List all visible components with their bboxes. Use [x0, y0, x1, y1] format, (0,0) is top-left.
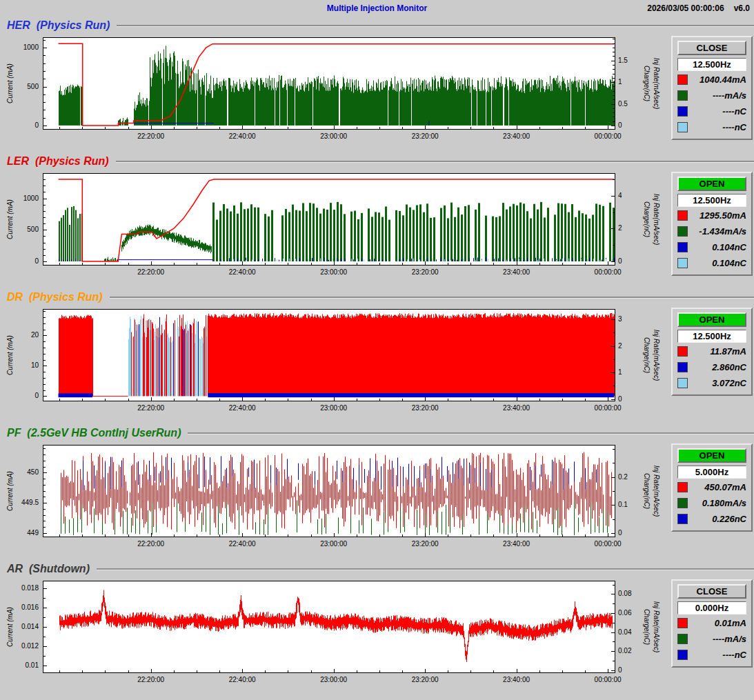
- strip-chart-plot: [43, 309, 615, 401]
- legend-swatch-red: [677, 346, 688, 357]
- y-tick-label: 0.014: [0, 623, 39, 631]
- header-datetime: 2026/03/05 00:00:06v6.0: [647, 3, 750, 13]
- chart-canvas-pf: [43, 446, 615, 537]
- y-tick-label: 1000: [0, 43, 39, 52]
- beam-gate-status-button[interactable]: OPEN: [677, 177, 746, 191]
- y2-axis-label-injrate: Inj Rate(mA/sec): [653, 466, 660, 517]
- y2-tick-label: 0: [618, 666, 646, 674]
- injection-frequency-display: 12.500Hz: [677, 330, 746, 343]
- panel-title-row: PF (2.5GeV HB ContInj UserRun): [0, 426, 754, 441]
- panel-title-row: DR (Physics Run): [0, 290, 754, 305]
- legend-row: 11.87mA: [677, 344, 746, 359]
- strip-chart-plot: [43, 37, 615, 130]
- beam-gate-status-button[interactable]: OPEN: [677, 448, 746, 463]
- legend-value: ----mA/s: [688, 634, 746, 644]
- strip-chart-plot: [43, 445, 615, 537]
- chart-canvas-ar: [43, 581, 615, 672]
- panel-ler: LER (Physics Run)Current (mA)05001000024…: [0, 154, 754, 290]
- y-tick-label: 10: [0, 361, 39, 370]
- legend-row: -1.434mA/s: [677, 224, 746, 239]
- y2-axis-label-charge: Charge(nC): [643, 201, 651, 237]
- legend-row: ----mA/s: [677, 88, 746, 103]
- x-tick-label: 22:40:00: [218, 676, 266, 684]
- y2-tick-label: 0.04: [618, 628, 646, 637]
- legend-value: 0.104nC: [688, 242, 746, 252]
- y2-tick-label: 1: [618, 368, 646, 377]
- x-tick-label: 23:00:00: [310, 268, 358, 277]
- legend-value: -1.434mA/s: [688, 226, 746, 237]
- y-tick-label: 0.012: [0, 642, 39, 650]
- chart-canvas-ler: [43, 174, 615, 265]
- legend-row: ----nC: [677, 648, 746, 662]
- x-tick-label: 00:00:00: [584, 540, 632, 548]
- injection-frequency-display: 0.000Hz: [677, 601, 746, 614]
- legend-value: 0.01mA: [688, 618, 746, 628]
- legend-swatch-blue: [677, 514, 688, 524]
- panel-body: Current (mA)0500100000.511.522:20:0022:4…: [0, 33, 754, 154]
- injection-info-box: CLOSE0.000Hz0.01mA----mA/s----nC: [671, 579, 753, 668]
- legend-value: ----nC: [688, 106, 746, 117]
- y2-axis-label-charge: Charge(nC): [643, 609, 651, 645]
- y2-tick-label: 0.08: [618, 590, 646, 598]
- legend-swatch-lightblue: [677, 378, 688, 388]
- y2-tick-label: 0.2: [618, 473, 646, 481]
- y-tick-label: 0: [0, 257, 39, 266]
- legend-value: 0.226nC: [688, 514, 746, 524]
- title-rule: [110, 297, 754, 299]
- legend-swatch-blue: [677, 650, 688, 660]
- y-tick-label: 449.5: [0, 499, 39, 507]
- y-tick-label: 500: [0, 226, 39, 234]
- y2-axis-label-charge: Charge(nC): [643, 66, 651, 101]
- legend-row: ----nC: [677, 120, 746, 134]
- beam-gate-status-button[interactable]: CLOSE: [677, 41, 746, 55]
- y-tick-label: 0: [0, 392, 39, 400]
- legend-row: 1040.44mA: [677, 72, 746, 87]
- y2-tick-label: 1.5: [618, 57, 646, 65]
- injection-frequency-display: 12.500Hz: [677, 194, 746, 207]
- legend-swatch-red: [677, 482, 688, 492]
- x-tick-label: 22:40:00: [218, 268, 266, 277]
- y2-axis-label-charge: Charge(nC): [643, 473, 651, 509]
- y2-axis-label-injrate: Inj Rate(mA/sec): [653, 58, 660, 109]
- title-rule: [97, 568, 754, 570]
- panel-title-row: HER (Physics Run): [0, 18, 754, 33]
- x-tick-label: 22:20:00: [127, 404, 175, 412]
- x-tick-label: 23:40:00: [493, 404, 541, 412]
- y2-tick-label: 0.06: [618, 609, 646, 617]
- header-bar: Multiple Injection Monitor 2026/03/05 00…: [0, 0, 754, 18]
- legend-swatch-green: [677, 90, 688, 101]
- panel-title-ar: AR (Shutdown): [7, 563, 90, 575]
- legend-swatch-green: [677, 498, 688, 508]
- x-tick-label: 23:00:00: [310, 132, 358, 141]
- legend-swatch-lightblue: [677, 258, 688, 268]
- y-tick-label: 0: [0, 121, 39, 130]
- panel-title-row: AR (Shutdown): [0, 561, 754, 577]
- y-tick-label: 449: [0, 529, 39, 537]
- y2-tick-label: 4: [618, 192, 646, 200]
- injection-info-box: OPEN12.500Hz11.87mA2.860nC3.072nC: [671, 308, 753, 396]
- injection-frequency-display: 12.500Hz: [677, 58, 746, 71]
- strip-chart-plot: [43, 173, 615, 266]
- legend-swatch-green: [677, 634, 688, 644]
- y-tick-label: 450: [0, 468, 39, 477]
- legend-value: 1040.44mA: [688, 74, 746, 85]
- x-tick-label: 23:00:00: [310, 404, 358, 412]
- x-tick-label: 22:40:00: [218, 404, 266, 412]
- title-rule: [117, 25, 754, 27]
- legend-row: 1295.50mA: [677, 208, 746, 223]
- x-tick-label: 23:00:00: [310, 540, 358, 548]
- beam-gate-status-button[interactable]: CLOSE: [677, 584, 746, 599]
- x-tick-label: 22:20:00: [127, 132, 175, 141]
- y-tick-label: 1000: [0, 194, 39, 203]
- title-rule: [188, 432, 754, 434]
- injection-info-box: OPEN12.500Hz1295.50mA-1.434mA/s0.104nC0.…: [671, 172, 753, 276]
- y2-tick-label: 0: [618, 395, 646, 403]
- legend-value: 2.860nC: [688, 362, 746, 372]
- legend-swatch-lightblue: [677, 122, 688, 132]
- y2-tick-label: 3: [618, 315, 646, 323]
- y2-tick-label: 0.1: [618, 501, 646, 509]
- panel-title-row: LER (Physics Run): [0, 154, 754, 169]
- legend-row: 0.104nC: [677, 240, 746, 254]
- x-tick-label: 00:00:00: [584, 132, 632, 141]
- beam-gate-status-button[interactable]: OPEN: [677, 312, 746, 327]
